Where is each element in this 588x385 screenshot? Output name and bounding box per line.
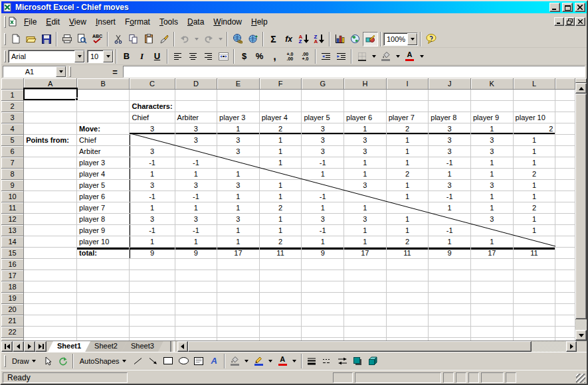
cell-B23[interactable] bbox=[77, 338, 130, 341]
cell-I3[interactable]: player 7 bbox=[386, 112, 429, 123]
cell-L16[interactable] bbox=[513, 259, 555, 270]
resize-grip[interactable] bbox=[576, 374, 585, 383]
text-box-button[interactable] bbox=[191, 354, 207, 368]
cell-E7[interactable] bbox=[217, 157, 260, 169]
row-header-11[interactable]: 11 bbox=[1, 202, 24, 214]
cell-G20[interactable] bbox=[302, 304, 344, 315]
cell-A23[interactable] bbox=[24, 338, 77, 341]
cell-A1[interactable] bbox=[24, 90, 77, 101]
cell-G6[interactable]: 3 bbox=[302, 146, 344, 157]
menu-data[interactable]: Data bbox=[183, 15, 209, 29]
cell-F15[interactable]: 11 bbox=[259, 248, 302, 259]
cell-H20[interactable] bbox=[344, 304, 387, 315]
redo-dropdown-button[interactable] bbox=[216, 32, 225, 46]
cell-K20[interactable] bbox=[470, 304, 513, 315]
cell-C7[interactable]: -1 bbox=[130, 157, 175, 169]
cell-B17[interactable] bbox=[77, 270, 130, 281]
cell-L7[interactable]: 1 bbox=[513, 157, 555, 169]
cell-partial-10[interactable] bbox=[555, 191, 575, 202]
tab-next-button[interactable] bbox=[24, 341, 35, 352]
bold-button[interactable]: B bbox=[119, 49, 134, 64]
cell-F12[interactable]: 1 bbox=[259, 214, 302, 225]
column-header-F[interactable]: F bbox=[259, 78, 302, 90]
cell-J8[interactable]: 1 bbox=[429, 169, 471, 180]
cell-partial-2[interactable] bbox=[555, 101, 575, 112]
cell-F10[interactable]: 1 bbox=[259, 191, 302, 202]
cell-D10[interactable]: -1 bbox=[175, 191, 217, 202]
cell-H14[interactable]: 1 bbox=[344, 236, 387, 248]
cell-I2[interactable] bbox=[386, 101, 429, 112]
autoshapes-menu-button[interactable]: AutoShapes bbox=[76, 355, 130, 367]
cell-A22[interactable] bbox=[24, 327, 77, 338]
cell-A16[interactable] bbox=[24, 259, 77, 270]
cell-H6[interactable]: 3 bbox=[344, 146, 387, 157]
cell-G12[interactable]: 3 bbox=[302, 214, 344, 225]
cell-K3[interactable]: player 9 bbox=[470, 112, 513, 123]
cell-G7[interactable]: -1 bbox=[302, 157, 344, 169]
undo-dropdown-button[interactable] bbox=[192, 32, 201, 46]
cell-G1[interactable] bbox=[302, 90, 344, 101]
cell-F16[interactable] bbox=[259, 259, 302, 270]
line-button[interactable] bbox=[130, 354, 146, 368]
insert-hyperlink-button[interactable] bbox=[230, 32, 245, 46]
cell-J16[interactable] bbox=[429, 259, 471, 270]
tab-first-button[interactable] bbox=[1, 341, 13, 352]
cell-C1[interactable] bbox=[130, 90, 175, 101]
cell-L6[interactable]: 1 bbox=[513, 146, 555, 157]
workbook-close-button[interactable] bbox=[575, 17, 585, 26]
row-header-3[interactable]: 3 bbox=[1, 112, 24, 123]
row-header-15[interactable]: 15 bbox=[1, 248, 24, 259]
cell-J13[interactable]: -1 bbox=[429, 225, 471, 236]
cell-C11[interactable]: 1 bbox=[130, 202, 175, 214]
horizontal-scrollbar-thumb[interactable] bbox=[188, 341, 532, 352]
workbook-icon[interactable] bbox=[8, 17, 17, 27]
cell-A3[interactable] bbox=[24, 112, 77, 123]
menu-window[interactable]: Window bbox=[209, 15, 246, 29]
cell-A19[interactable] bbox=[24, 293, 77, 304]
cell-C18[interactable] bbox=[130, 281, 175, 293]
cell-K10[interactable]: 1 bbox=[470, 191, 513, 202]
cell-A5[interactable]: Points from: bbox=[24, 135, 77, 146]
currency-button[interactable]: $ bbox=[237, 49, 252, 64]
cell-I15[interactable]: 11 bbox=[386, 248, 429, 259]
cell-J17[interactable] bbox=[429, 270, 471, 281]
cell-J12[interactable] bbox=[429, 214, 471, 225]
cell-C6[interactable]: 3 bbox=[130, 146, 175, 157]
cell-F18[interactable] bbox=[259, 281, 302, 293]
column-header-G[interactable]: G bbox=[302, 78, 344, 90]
cell-D22[interactable] bbox=[175, 327, 217, 338]
cell-L2[interactable] bbox=[513, 101, 555, 112]
save-button[interactable] bbox=[39, 32, 54, 46]
open-button[interactable] bbox=[23, 32, 39, 46]
cell-C13[interactable]: -1 bbox=[130, 225, 175, 236]
cell-F2[interactable] bbox=[259, 101, 302, 112]
cell-B19[interactable] bbox=[77, 293, 130, 304]
cell-C17[interactable] bbox=[130, 270, 175, 281]
cell-H15[interactable]: 17 bbox=[344, 248, 387, 259]
cell-F20[interactable] bbox=[259, 304, 302, 315]
cell-F5[interactable]: 1 bbox=[259, 135, 302, 146]
cell-E20[interactable] bbox=[217, 304, 260, 315]
equals-button[interactable]: = bbox=[108, 66, 122, 77]
cell-B20[interactable] bbox=[77, 304, 130, 315]
hscroll-left-button[interactable] bbox=[177, 341, 188, 352]
cell-B3[interactable] bbox=[77, 112, 130, 123]
borders-button[interactable] bbox=[354, 49, 369, 64]
cell-F7[interactable]: 1 bbox=[259, 157, 302, 169]
cell-G10[interactable]: -1 bbox=[302, 191, 344, 202]
cell-K13[interactable] bbox=[470, 225, 513, 236]
menu-view[interactable]: View bbox=[64, 15, 91, 29]
cell-I7[interactable]: 1 bbox=[386, 157, 429, 169]
cell-partial-8[interactable] bbox=[555, 169, 575, 180]
workbook-minimize-button[interactable] bbox=[554, 17, 564, 26]
cell-G16[interactable] bbox=[302, 259, 344, 270]
cell-I18[interactable] bbox=[386, 281, 429, 293]
cell-L8[interactable]: 2 bbox=[513, 169, 555, 180]
cell-B21[interactable] bbox=[77, 315, 130, 327]
row-header-1[interactable]: 1 bbox=[1, 90, 24, 101]
horizontal-scrollbar-track[interactable] bbox=[532, 341, 566, 352]
cell-E2[interactable] bbox=[217, 101, 260, 112]
menu-format[interactable]: Format bbox=[120, 15, 155, 29]
cell-E14[interactable]: 1 bbox=[217, 236, 260, 248]
cell-F8[interactable] bbox=[259, 169, 302, 180]
